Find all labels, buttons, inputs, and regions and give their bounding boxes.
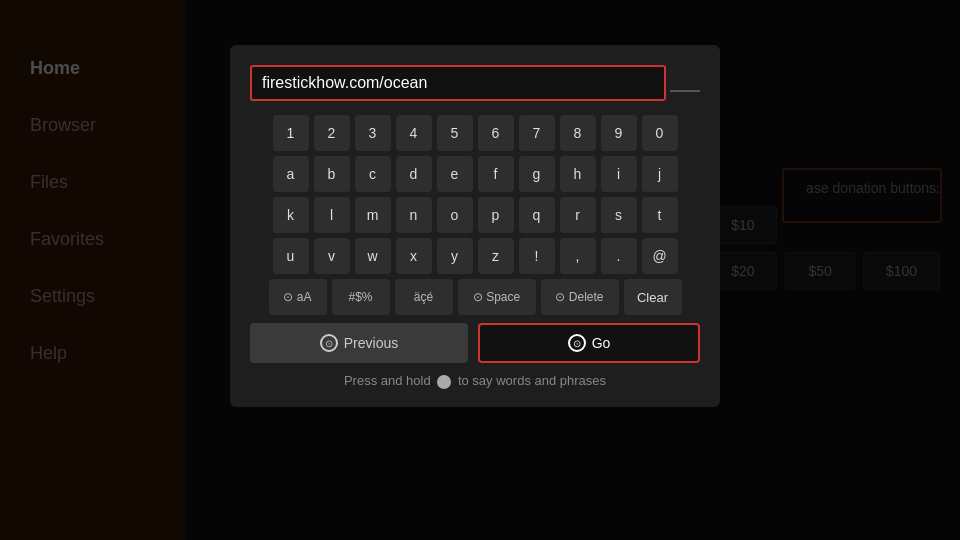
go-label: Go (592, 335, 611, 351)
key-2[interactable]: 2 (314, 115, 350, 151)
key-c[interactable]: c (355, 156, 391, 192)
keyboard-row-kt: k l m n o p q r s t (250, 197, 700, 233)
key-period[interactable]: . (601, 238, 637, 274)
url-input[interactable] (250, 65, 666, 101)
key-3[interactable]: 3 (355, 115, 391, 151)
key-d[interactable]: d (396, 156, 432, 192)
key-n[interactable]: n (396, 197, 432, 233)
key-m[interactable]: m (355, 197, 391, 233)
key-k[interactable]: k (273, 197, 309, 233)
previous-button[interactable]: ⊙ Previous (250, 323, 468, 363)
virtual-keyboard: 1 2 3 4 5 6 7 8 9 0 a b c d e f g h i j … (250, 115, 700, 315)
key-g[interactable]: g (519, 156, 555, 192)
key-1[interactable]: 1 (273, 115, 309, 151)
key-a[interactable]: a (273, 156, 309, 192)
key-4[interactable]: 4 (396, 115, 432, 151)
key-symbols[interactable]: #$% (332, 279, 390, 315)
voice-hint-text: Press and hold to say words and phrases (344, 373, 606, 388)
key-9[interactable]: 9 (601, 115, 637, 151)
go-button[interactable]: ⊙ Go (478, 323, 700, 363)
key-exclaim[interactable]: ! (519, 238, 555, 274)
previous-label: Previous (344, 335, 398, 351)
keyboard-row-aj: a b c d e f g h i j (250, 156, 700, 192)
key-r[interactable]: r (560, 197, 596, 233)
bottom-nav-row: ⊙ Previous ⊙ Go (250, 323, 700, 363)
key-w[interactable]: w (355, 238, 391, 274)
key-at[interactable]: @ (642, 238, 678, 274)
key-5[interactable]: 5 (437, 115, 473, 151)
key-comma[interactable]: , (560, 238, 596, 274)
key-p[interactable]: p (478, 197, 514, 233)
key-accents[interactable]: äçé (395, 279, 453, 315)
key-j[interactable]: j (642, 156, 678, 192)
key-o[interactable]: o (437, 197, 473, 233)
go-icon: ⊙ (568, 334, 586, 352)
key-z[interactable]: z (478, 238, 514, 274)
key-0[interactable]: 0 (642, 115, 678, 151)
keyboard-row-u-at: u v w x y z ! , . @ (250, 238, 700, 274)
key-y[interactable]: y (437, 238, 473, 274)
key-t[interactable]: t (642, 197, 678, 233)
voice-hint: Press and hold to say words and phrases (250, 373, 700, 389)
key-v[interactable]: v (314, 238, 350, 274)
key-q[interactable]: q (519, 197, 555, 233)
key-h[interactable]: h (560, 156, 596, 192)
key-x[interactable]: x (396, 238, 432, 274)
key-e[interactable]: e (437, 156, 473, 192)
key-6[interactable]: 6 (478, 115, 514, 151)
key-b[interactable]: b (314, 156, 350, 192)
key-7[interactable]: 7 (519, 115, 555, 151)
previous-icon: ⊙ (320, 334, 338, 352)
url-underline (670, 90, 700, 92)
key-case[interactable]: ⊙ aA (269, 279, 327, 315)
key-8[interactable]: 8 (560, 115, 596, 151)
keyboard-row-numbers: 1 2 3 4 5 6 7 8 9 0 (250, 115, 700, 151)
key-delete[interactable]: ⊙ Delete (541, 279, 619, 315)
key-f[interactable]: f (478, 156, 514, 192)
keyboard-row-special: ⊙ aA #$% äçé ⊙ Space ⊙ Delete Clear (250, 279, 700, 315)
key-u[interactable]: u (273, 238, 309, 274)
keyboard-dialog: 1 2 3 4 5 6 7 8 9 0 a b c d e f g h i j … (230, 45, 720, 407)
url-bar (250, 65, 700, 101)
key-space[interactable]: ⊙ Space (458, 279, 536, 315)
key-i[interactable]: i (601, 156, 637, 192)
key-clear[interactable]: Clear (624, 279, 682, 315)
key-l[interactable]: l (314, 197, 350, 233)
key-s[interactable]: s (601, 197, 637, 233)
